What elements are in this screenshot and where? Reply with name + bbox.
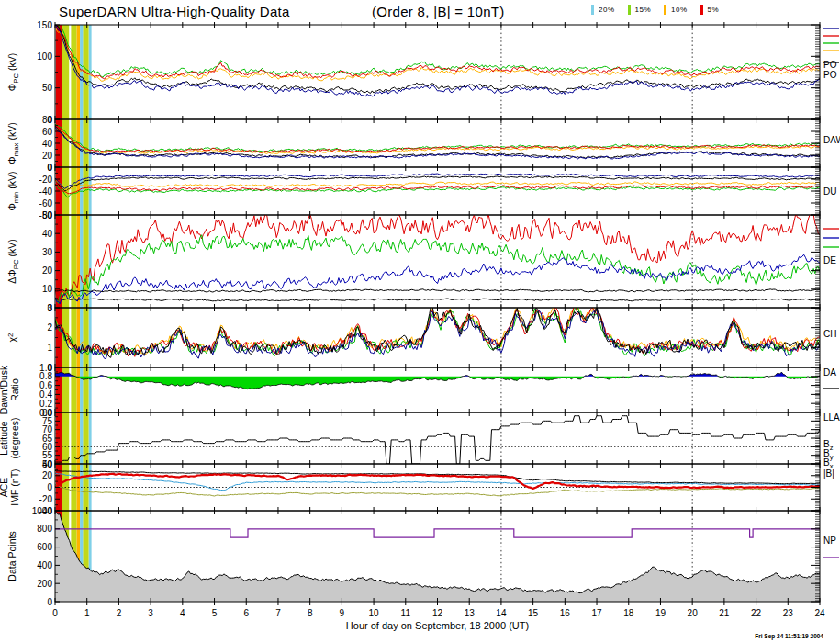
x-tick-label: 22 [751, 608, 762, 618]
x-tick-label: 9 [340, 608, 345, 618]
y-tick-label: 0.6 [39, 380, 52, 390]
series-delta-potential-red [55, 213, 820, 297]
y-tick-label: 40 [42, 139, 53, 149]
x-tick-label: 0 [52, 608, 58, 618]
x-tick-label: 6 [243, 608, 249, 618]
y-tick-label: -60 [39, 198, 53, 209]
y-tick-label: 150 [37, 20, 52, 30]
right-label: |B| [823, 468, 834, 479]
y-tick-label: 0 [47, 163, 52, 173]
x-tick-label: 4 [180, 608, 185, 618]
series-delta-potential-green [55, 235, 820, 304]
right-label: DA [823, 367, 836, 378]
y-axis-label: Latitude [0, 421, 9, 456]
panel-latitude: 50556065707580Latitude(degrees)LLA [0, 408, 840, 469]
x-tick-label: 10 [369, 608, 380, 618]
right-label: PO [823, 60, 837, 70]
y-tick-label: 3 [47, 303, 52, 313]
y-tick-label: 80 [42, 408, 53, 418]
x-tick-label: 23 [783, 608, 794, 618]
x-tick-label: 13 [465, 608, 476, 618]
y-tick-label: 0.4 [39, 389, 52, 400]
y-tick-label: 2 [47, 322, 52, 333]
panel-polar-cap-potential: 050100150ΦPC (kV)POPO [6, 20, 839, 125]
y-tick-label: 1 [47, 343, 52, 353]
x-tick-label: 8 [308, 608, 313, 618]
quality-bands [56, 25, 92, 602]
y-tick-label: 10 [42, 284, 53, 294]
series-polar-cap-potential-black [55, 22, 820, 93]
x-tick-label: 21 [719, 608, 730, 618]
band-cyan-1 [80, 25, 84, 602]
y-tick-label: 20 [42, 151, 53, 161]
series-latitude-latitude-step [55, 416, 820, 464]
x-tick-label: 5 [212, 608, 218, 618]
series-polar-cap-potential-red [55, 23, 820, 79]
x-tick-label: 12 [432, 608, 443, 618]
x-axis-title: Hour of day on September, 18 2000 (UT) [346, 620, 529, 631]
x-tick-label: 2 [117, 608, 122, 618]
x-tick-label: 20 [688, 608, 699, 618]
series-chi-squared-navy [55, 309, 820, 358]
x-tick-label: 17 [591, 608, 602, 618]
y-axis-label: Data Points [6, 531, 17, 581]
panel-dusk-cell-min: 0-20-40-60-80Φmin (kV)DU [6, 163, 836, 220]
y-tick-label: 100 [37, 51, 52, 62]
right-label: DAW [823, 135, 840, 145]
y-tick-label: -20 [39, 175, 53, 185]
series-polar-cap-potential-green [55, 22, 820, 77]
y-tick-label: 80 [42, 115, 53, 125]
y-tick-label: 1.0 [39, 363, 52, 373]
series-dawn-cell-max-black [55, 126, 820, 158]
x-tick-label: 7 [275, 608, 281, 618]
x-tick-label: 1 [84, 608, 90, 618]
y-axis-label: ΔΦPC (kV) [6, 239, 20, 284]
right-label: NP [823, 536, 836, 546]
y-tick-label: 30 [42, 247, 53, 257]
right-label: PO [823, 70, 837, 80]
y-tick-label: 60 [42, 127, 53, 137]
x-tick-label: 3 [148, 608, 153, 618]
y-axis-label: IMF (nT) [9, 468, 20, 505]
band-orange [77, 25, 81, 602]
y-axis-label: (degrees) [9, 418, 20, 459]
series-data-points-npoints-area-fill [55, 511, 820, 602]
y-tick-label: 0.8 [39, 371, 52, 381]
panel-data-points: 02004006008001000Data PointsNP [6, 506, 839, 607]
chart-canvas: 050100150ΦPC (kV)POPO020406080Φmax (kV)D… [0, 0, 840, 643]
x-tick-label: 15 [528, 608, 539, 618]
y-tick-label: 800 [37, 524, 52, 534]
x-tick-label: 16 [560, 608, 571, 618]
series-delta-potential-black-upper [55, 289, 820, 292]
x-tick-label: 11 [401, 608, 411, 618]
y-tick-label: -20 [39, 494, 53, 504]
right-label: LLA [823, 412, 840, 423]
creation-timestamp: Fri Sep 24 11:51:19 2004 [755, 633, 823, 639]
series-data-points-quality-threshold [55, 529, 820, 537]
right-label: DU [823, 186, 836, 197]
y-axis-label: Dawn/Dusk [0, 365, 9, 414]
y-tick-label: 50 [42, 210, 53, 220]
right-label: CH [823, 329, 836, 339]
y-tick-label: 400 [37, 560, 52, 570]
panel-dawn-cell-max: 020406080Φmax (kV)DAW [6, 115, 840, 173]
panel-dawn-dusk-ratio: 0.00.20.40.60.81.0Dawn/DuskRatioDA [0, 363, 839, 418]
superdarn-plot-window: SuperDARN Ultra-High-Quality Data (Order… [0, 0, 840, 643]
series-dawn-cell-max-orange [55, 127, 820, 153]
y-tick-label: 50 [42, 83, 53, 93]
y-tick-label: 40 [42, 459, 53, 469]
y-tick-label: 1000 [32, 506, 53, 516]
band-yellowgreen-3 [84, 25, 89, 602]
y-axis-label: χ2 [6, 333, 18, 343]
band-yellowgreen-1 [62, 25, 70, 602]
panel-frame [55, 412, 820, 464]
y-tick-label: 600 [37, 542, 52, 552]
y-tick-label: 0 [47, 597, 52, 607]
y-axis-label: Φmax (kV) [6, 122, 20, 164]
y-tick-label: 20 [42, 265, 53, 276]
panel-frame [55, 215, 820, 308]
x-tick-label: 18 [623, 608, 634, 618]
y-tick-label: -40 [39, 186, 53, 197]
y-tick-label: 20 [42, 470, 53, 480]
panel-ace-imf: -40-2002040ACEIMF (nT)BzByBx|B| [0, 439, 834, 516]
